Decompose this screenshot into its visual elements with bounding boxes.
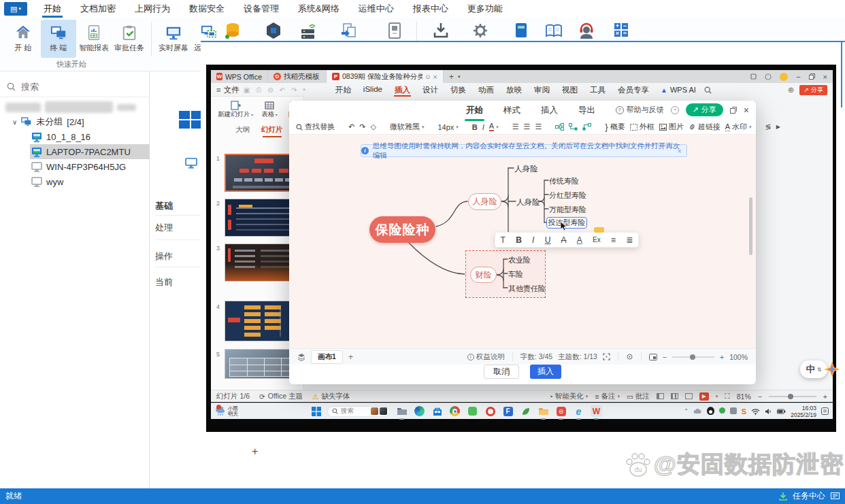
hexagon-app-icon[interactable] [265,22,282,39]
zoom-value[interactable]: 81% [737,392,751,401]
app-launcher-button[interactable]: ▤▾ [4,2,27,16]
wps-menu-transition[interactable]: 切换 [444,85,472,95]
tree-group-unassigned[interactable]: ∨ 未分组 [2/4] [12,114,84,129]
locate-center-icon[interactable] [626,353,633,360]
menu-more-features[interactable]: 更多功能 [458,0,512,18]
zoom-out-icon[interactable]: − [663,353,667,361]
hyperlink-button[interactable]: 超链接 [689,122,720,132]
fit-screen-icon[interactable] [603,353,610,360]
text-button[interactable]: T [501,235,506,245]
undo-icon[interactable]: ↶ [348,122,354,131]
comments-button[interactable]: ▭批注 [627,392,650,401]
zoom-slider[interactable] [769,396,816,397]
canvas-tab[interactable]: 画布1 [311,350,343,364]
zoom-in-icon[interactable]: + [823,392,827,401]
layers-icon[interactable] [297,353,305,361]
insert-button[interactable]: 插入 [530,365,561,379]
close-icon[interactable]: × [823,73,827,81]
terminal-item[interactable]: wyw [31,174,63,189]
menu-ops-center[interactable]: 运维中心 [349,0,403,18]
fit-icon[interactable]: ⛶ [725,392,729,401]
image-button[interactable]: 图片 [659,122,684,132]
chevron-down-icon[interactable]: ▾ [303,87,305,93]
taskbar-app-edge[interactable] [414,405,425,417]
insert-parent-icon[interactable] [582,123,591,131]
doc-transfer-icon[interactable] [340,22,358,39]
wps-menu-start[interactable]: 开始 [329,85,357,95]
taskbar-app-chrome[interactable] [449,405,461,417]
wps-menu-insert[interactable]: 插入 [388,85,416,95]
font-color-button[interactable]: A▾ [489,122,499,131]
network-port-icon[interactable] [386,22,403,39]
mindmap-node[interactable]: 其他责任险 [508,284,546,294]
chevron-down-icon[interactable]: ▾ [716,394,718,399]
mindmap-node[interactable]: 传统寿险 [549,176,579,186]
panel-tab-slides[interactable]: 幻灯片 [261,125,283,135]
font-color-button[interactable]: A [577,235,582,245]
wps-ai-entry[interactable]: ▲ WPS AI [661,86,696,94]
menu-device-management[interactable]: 设备管理 [234,0,288,18]
tool-approval-tasks[interactable]: 审批任务 [112,20,147,58]
tool-home[interactable]: 开 始 [5,20,41,58]
font-size-select[interactable]: 14px▾ [437,123,458,131]
mindmap-node-caixian[interactable]: 财险 [470,267,497,283]
close-tab-icon[interactable]: × [433,73,437,81]
skin-icon[interactable] [765,73,772,80]
mode-icon[interactable]: ◔ [671,106,679,114]
taskbar-app-wechat[interactable] [467,405,478,417]
normal-view-icon[interactable] [657,393,664,399]
windows-start-button[interactable] [312,407,321,416]
wifi-icon[interactable] [751,408,760,415]
frame-button[interactable]: 外框 [630,122,655,132]
dialog-tab-start[interactable]: 开始 [465,101,484,120]
taskbar-app-opera[interactable] [484,405,496,417]
tray-s-icon[interactable]: S [742,407,746,416]
wps-menu-islide[interactable]: iSlide [357,85,388,95]
strikethrough-button[interactable]: A [561,235,567,245]
task-center-button[interactable]: 任务中心 [793,490,825,502]
wps-menu-design[interactable]: 设计 [416,85,444,95]
ribbon-search-icon[interactable] [704,86,712,94]
mindmap-root-node[interactable]: 保险险种 [369,216,435,243]
minimap-icon[interactable] [649,354,657,360]
menu-doc-encryption[interactable]: 文档加密 [71,0,125,18]
download-icon[interactable] [433,22,449,39]
menu-web-behavior[interactable]: 上网行为 [125,0,180,18]
tool-live-screen[interactable]: 实时屏幕 [156,20,191,58]
new-slide-button[interactable]: 新建幻灯片 ▾ [216,101,254,119]
tray-chevron-up-icon[interactable]: ⌃ [684,408,689,414]
popout-icon[interactable] [730,107,737,114]
wps-menu-tools[interactable]: 工具 [584,85,612,95]
slideshow-play-button[interactable]: ▶ [699,392,709,401]
tab-list-icon[interactable]: ▾ [458,74,461,80]
redo-icon[interactable]: ↷ [359,122,365,131]
taskbar-app-wps[interactable]: W [591,405,602,417]
taskbar-search[interactable]: 搜索 [327,406,390,417]
server-wifi-icon[interactable] [300,22,316,39]
watermark-button[interactable]: A水印▾ [725,122,752,132]
menu-system-network[interactable]: 系统&网络 [288,0,349,18]
mindmap-node-renshen[interactable]: 人身险 [468,193,501,210]
wps-menu-slideshow[interactable]: 放映 [500,85,528,95]
underline-button[interactable]: U [545,235,551,245]
reading-view-icon[interactable] [685,393,693,399]
italic-button[interactable]: I [482,123,484,131]
mindmap-node[interactable]: 车险 [508,269,523,280]
volume-icon[interactable] [765,408,772,415]
format-painter-icon[interactable]: ◇ [370,122,376,131]
save-icon[interactable]: ▣ [244,86,250,94]
taskbar-app-folder[interactable] [537,405,549,417]
insert-topic-icon[interactable] [555,123,564,131]
wps-share-button[interactable]: ↗分享 [799,85,827,95]
canvas-scrollbar[interactable] [749,197,752,255]
find-replace-button[interactable]: 查找替换 [296,122,335,132]
zoom-out-icon[interactable]: − [758,392,762,401]
wps-menu-view[interactable]: 视图 [556,85,584,95]
minimize-icon[interactable]: − [796,73,800,81]
tray-green-icon[interactable] [719,407,725,415]
wps-menu-animation[interactable]: 动画 [472,85,500,95]
align-center-icon[interactable]: ☰ [524,122,531,131]
wps-tab-document[interactable]: P 0839期 保险业务险种分类、人 ⊙ × [327,70,444,83]
battery-icon[interactable] [777,409,786,414]
tray-cloud-icon[interactable] [693,408,702,414]
